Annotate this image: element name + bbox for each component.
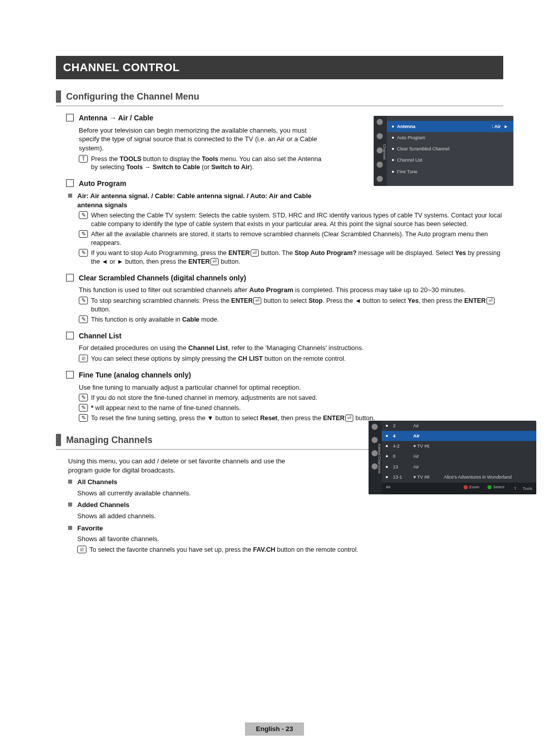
osd-channel-menu: Channel Antenna: Air►Auto ProgramClear S… (374, 116, 513, 186)
t: Zoom (469, 485, 479, 489)
t: button to display the (141, 155, 202, 163)
enter-icon: ⏎ (486, 297, 495, 304)
t: ENTER (189, 258, 210, 265)
osd1-row: Clear Scrambled Channel (387, 143, 513, 154)
t: TOOLS (119, 155, 141, 163)
t: Yes (455, 249, 466, 257)
chapter-title: CHANNEL CONTROL (56, 56, 503, 79)
t: Tools (202, 155, 218, 163)
q-auto-heading: Auto Program (79, 179, 126, 188)
t: Tools → Switch to Cable (126, 164, 200, 171)
osd1-row: Auto Program (387, 132, 513, 143)
osd1-side-icons (377, 119, 383, 182)
q-fine-tune: Fine Tune (analog channels only) (66, 370, 503, 380)
checkbox-icon (66, 371, 74, 379)
managing-body: Using this menu, you can add / delete or… (68, 457, 310, 475)
osd1-row: Channel List (387, 154, 513, 166)
fine-note-2: ✎ * will appear next to the name of fine… (79, 404, 503, 413)
q-antenna-heading: Antenna → Air / Cable (79, 113, 154, 123)
t: Yes (408, 297, 419, 304)
t: , then press the (278, 415, 323, 422)
antenna-body: Before your television can begin memoriz… (79, 126, 325, 153)
t: Stop Auto Program? (295, 249, 357, 257)
t: ENTER (323, 415, 344, 422)
antenna-tool-note: T Press the TOOLS button to display the … (79, 155, 325, 172)
t: Channel List (188, 344, 228, 352)
t: This function is only available in (91, 316, 182, 323)
checkbox-icon (66, 332, 74, 339)
favorite: Favorite (68, 524, 503, 533)
square-icon (68, 480, 72, 484)
enter-icon: ⏎ (253, 297, 261, 304)
t: To select the favorite channels you have… (89, 546, 253, 553)
t: To reset the fine tuning setting, press … (91, 415, 260, 422)
auto-signals: Air: Air antenna signal. / Cable: Cable … (68, 192, 325, 209)
q-clear-scrambled: Clear Scrambled Channels (digital channe… (66, 273, 503, 283)
t: You can select these options by simply p… (91, 355, 238, 362)
t: ENTER (228, 249, 250, 257)
checkbox-icon (66, 179, 74, 187)
auto-note-2: ✎After all the available channels are st… (79, 230, 503, 247)
t: Switch to Air (211, 164, 250, 171)
osd2-side-icons (372, 424, 378, 469)
square-icon (68, 194, 72, 198)
note-icon: ✎ (79, 414, 87, 422)
enter-icon: ⏎ (210, 258, 219, 265)
enter-icon: ⏎ (345, 415, 353, 422)
t: ENTER (231, 297, 253, 304)
note-icon: ✎ (79, 211, 87, 219)
t: button on the remote control. (275, 546, 358, 553)
t: ENTER (464, 297, 485, 304)
t: (or (200, 164, 211, 171)
note-icon: ✎ (79, 297, 87, 304)
t: For detailed procedures on using the (79, 344, 188, 352)
t: Select (493, 485, 504, 489)
clear-body: This function is used to filter out scra… (79, 286, 503, 295)
osd2-row: 4Air (382, 431, 536, 441)
t: will appear next to the name of fine-tun… (94, 404, 241, 412)
clear-note-2: ✎ This function is only available in Cab… (79, 316, 503, 324)
page-footer: English - 23 (0, 722, 549, 736)
t: Added Channels (77, 500, 130, 510)
auto-note-3: ✎ If you want to stop Auto Programming, … (79, 249, 503, 266)
t: After all the available channels are sto… (91, 230, 503, 247)
t: If you want to stop Auto Programming, pr… (91, 249, 228, 257)
osd1-row: Antenna: Air► (387, 121, 513, 132)
t: Stop (309, 297, 323, 304)
checkbox-icon (66, 274, 74, 281)
note-icon: ✎ (79, 230, 87, 238)
osd2-row: 2Air (382, 421, 536, 431)
square-icon (68, 502, 72, 507)
note-icon: ✎ (79, 316, 87, 323)
added-channels-desc: Shows all added channels. (77, 512, 503, 521)
t: FAV.CH (253, 546, 276, 553)
tools-icon: T (79, 155, 87, 163)
t: mode. (199, 316, 219, 323)
t: Favorite (77, 524, 103, 533)
t: All Channels (77, 478, 117, 487)
note-icon: ✎ (79, 249, 87, 257)
t: is completed. This process may take up t… (293, 286, 466, 294)
t: Tools (523, 486, 532, 491)
auto-note-1: ✎When selecting the Cable TV system: Sel… (79, 211, 503, 229)
t: , then press the (419, 297, 465, 304)
t: If you do not store the fine-tuned chann… (91, 394, 317, 402)
q-chlist-heading: Channel List (79, 331, 121, 341)
t: , refer to the 'Managing Channels' instr… (228, 344, 363, 352)
t: CH LIST (238, 355, 263, 362)
t: button. The (259, 249, 295, 257)
osd2-row: 4-2♥ TV #6 (382, 441, 536, 451)
remote-icon: ⎚ (77, 546, 85, 553)
t: Press the (91, 155, 119, 163)
t: To stop searching scrambled channels: Pr… (91, 297, 231, 304)
q-clear-heading: Clear Scrambled Channels (digital channe… (79, 273, 246, 283)
favorite-desc: Shows all favorite channels. (77, 534, 503, 544)
osd2-row: 13-1♥ TV #8Alice's Adventures in Wonderl… (382, 472, 536, 482)
osd2-row: 13Air (382, 462, 536, 472)
q-fine-heading: Fine Tune (analog channels only) (79, 370, 191, 380)
t: Cable (182, 316, 199, 323)
chlist-note-1: ⎚ You can select these options by simply… (79, 355, 503, 363)
t: button on the remote control. (263, 355, 346, 362)
osd2-legend-bar: Air Zoom Select T Tools (382, 483, 536, 494)
osd1-row: Fine Tune (387, 166, 513, 177)
